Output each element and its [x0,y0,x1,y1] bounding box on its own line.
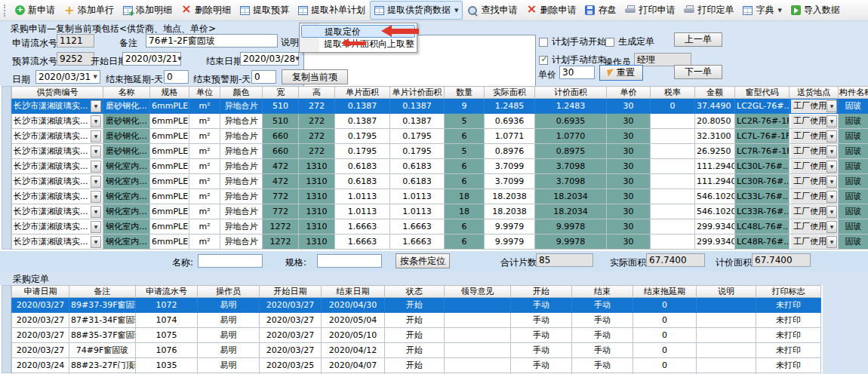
cell[interactable] [445,313,511,328]
cell[interactable]: 0 [633,328,697,343]
cell[interactable]: 2020/03/27 [260,298,322,313]
cell[interactable]: 1.6663 [390,235,445,250]
cell[interactable]: 30 [607,174,651,189]
chevron-down-icon[interactable]: ▼ [94,74,97,80]
table-row[interactable]: 2020/03/2787#31-34F窗固玻1074易明2020/03/2720… [12,313,821,328]
cell[interactable]: 772 [263,189,299,204]
cell[interactable]: 固玻 [839,159,868,174]
cell[interactable]: 1.6663 [335,235,390,250]
cell[interactable]: 6mmPLE... [150,129,189,144]
cell[interactable]: 6mmPLE... [150,235,189,250]
priced-area-field[interactable] [752,253,811,267]
manual-end-checkbox[interactable]: 计划手动结束 [539,54,606,66]
cell[interactable]: 钢化室内... [103,159,150,174]
extract-supplement-plan-button[interactable]: 提取补单计划 [294,1,370,20]
table-row[interactable]: 2020/03/2488#23-27F门顶玻1035易明2020/03/2520… [12,358,821,373]
cell[interactable] [697,358,756,373]
cell[interactable]: 钢化室内... [103,174,150,189]
delivery-place-combo[interactable]: 工厂使用▼ [791,130,836,143]
cell[interactable]: 0.8976 [485,144,535,159]
cell[interactable]: 易明 [198,313,260,328]
column-header[interactable]: 实际面积 [485,87,535,99]
delivery-place-combo[interactable]: 工厂使用▼ [791,205,836,219]
filter-spec-field[interactable] [317,254,382,268]
cell[interactable]: 未打印 [756,343,821,358]
cell[interactable]: 1.0113 [335,189,390,204]
table-row[interactable]: 长沙市潇湘玻璃实...▼钢化室内...6mmPLE...m²异地合片772131… [12,204,868,219]
column-header[interactable]: 窗型代码 [735,87,790,99]
cell[interactable]: 472 [263,174,299,189]
cell[interactable] [697,328,756,343]
cell[interactable]: 0.6936 [485,114,535,129]
supplier-combo[interactable]: 长沙市潇湘玻璃实...▼ [14,130,101,143]
cell[interactable]: 0 [633,313,697,328]
cell[interactable]: 1272 [263,219,299,235]
manual-start-checkbox[interactable]: 计划手动开始 [539,35,606,48]
cell[interactable]: 异地合片 [220,189,263,204]
import-data-button[interactable]: 导入数据 [786,1,845,20]
cell[interactable]: 88#35-37F窗固玻 [69,328,136,343]
column-header[interactable]: 领导意见 [445,286,511,298]
cell[interactable]: 2020/04/12 [322,343,385,358]
chevron-down-icon[interactable]: ▼ [91,130,101,143]
cell[interactable]: 546.1020 [695,189,735,204]
cell[interactable] [651,114,695,129]
generate-order-checkbox[interactable]: 生成定单 [605,35,654,48]
cell[interactable]: 易明 [198,343,260,358]
cell[interactable]: 固玻 [839,174,868,189]
column-header[interactable]: 说明 [697,286,756,298]
chevron-down-icon[interactable]: ▼ [826,221,837,233]
cell[interactable]: 手动 [511,313,572,328]
cell[interactable] [651,174,695,189]
cell[interactable]: 钢化室内... [103,235,150,250]
delete-request-button[interactable]: 删除申请 [522,1,580,20]
table-row[interactable]: 长沙市潇湘玻璃实...▼磨砂钢化...6mmPLE...m²异地合片660272… [12,144,868,159]
cell[interactable]: 2020/03/27 [260,313,322,328]
cell[interactable]: 未打印 [756,358,821,373]
column-header[interactable]: 单位 [189,87,220,99]
cell[interactable]: 工厂使用▼ [790,129,839,144]
delivery-place-combo[interactable]: 工厂使用▼ [791,160,836,173]
chevron-down-icon[interactable]: ▼ [826,161,837,173]
cell[interactable]: 工厂使用▼ [790,174,839,189]
table-row[interactable]: 2020/03/2788#35-37F窗固玻1075易明2020/03/2720… [12,328,821,343]
cell[interactable]: 1035 [136,358,198,373]
cell[interactable]: 1076 [136,343,198,358]
chevron-down-icon[interactable]: ▼ [826,176,837,188]
cell[interactable]: 开始 [385,313,445,328]
checkbox-icon[interactable] [539,38,548,47]
column-header[interactable]: 结束拖延期 [633,286,697,298]
cell[interactable]: 20.8050 [695,114,735,129]
cell[interactable]: 9 [445,99,485,114]
column-header[interactable]: 结束 [572,286,633,298]
supplier-combo[interactable]: 长沙市潇湘玻璃实...▼ [14,115,101,128]
column-header[interactable]: 税率 [651,87,695,99]
cell[interactable]: 长沙市潇湘玻璃实...▼ [12,174,103,189]
cell[interactable] [445,343,511,358]
cell[interactable] [651,219,695,235]
cell[interactable]: 472 [263,159,299,174]
remark-field[interactable] [146,34,278,48]
column-header[interactable]: 供货商编号 [12,87,103,99]
column-header[interactable]: 颜色 [220,87,263,99]
cell[interactable]: 32.3100 [695,129,735,144]
cell[interactable]: 2020/03/27 [12,313,69,328]
cell[interactable]: 1310 [299,189,335,204]
cell[interactable]: 1.0770 [535,129,607,144]
cell[interactable]: 1075 [136,328,198,343]
cell[interactable]: 工厂使用▼ [790,189,839,204]
cell[interactable]: 未打印 [756,328,821,343]
start-date-select[interactable]: 2020/03/21▼ [122,52,181,66]
cell[interactable]: LC30R-76#... [735,174,790,189]
cell[interactable]: LC7L-76#-1FO [735,129,790,144]
cell[interactable]: 工厂使用▼ [790,204,839,219]
cell[interactable]: 660 [263,144,299,159]
delivery-place-combo[interactable]: 工厂使用▼ [791,235,836,249]
supplier-combo[interactable]: 长沙市潇湘玻璃实...▼ [14,175,101,189]
cell[interactable]: 30 [607,129,651,144]
cell[interactable]: 18.2038 [485,204,535,219]
unit-price-field[interactable] [559,66,595,79]
cell[interactable]: LC7R-76#-1FO [735,144,790,159]
table-row[interactable]: 长沙市潇湘玻璃实...▼磨砂钢化...6mmPLE...m²异地合片510272… [12,99,868,114]
cell[interactable]: 开始 [385,343,445,358]
